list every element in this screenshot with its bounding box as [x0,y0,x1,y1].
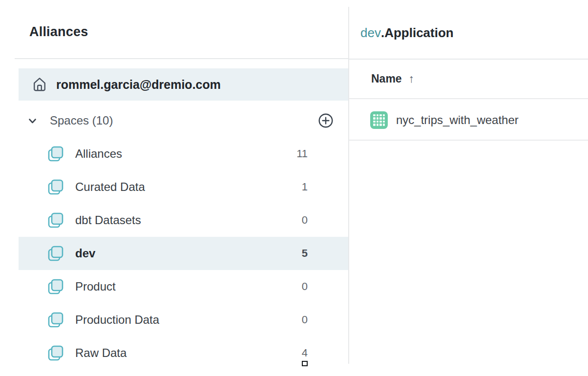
table-header-row: Name ↑ [349,60,588,99]
space-item-count: 0 [302,280,308,293]
space-item-label: Alliances [75,147,122,161]
space-item-count: 0 [302,313,308,326]
dataset-name: nyc_trips_with_weather [396,113,519,127]
sidebar-item-raw-data[interactable]: Raw Data 4 [19,336,348,370]
spaces-section-label: Spaces (10) [50,114,113,127]
space-icon [47,345,64,361]
chevron-down-icon[interactable] [27,115,38,126]
sidebar-item-curated-data[interactable]: Curated Data 1 [19,170,348,204]
space-icon [47,179,64,195]
breadcrumb-space-link[interactable]: dev [360,25,381,40]
sidebar-item-product[interactable]: Product 0 [19,270,348,303]
sidebar-item-dbt-datasets[interactable]: dbt Datasets 0 [19,204,348,237]
spaces-section-header[interactable]: Spaces (10) [19,104,348,137]
sidebar-title-divider [15,58,348,59]
sidebar-item-production-data[interactable]: Production Data 0 [19,303,348,336]
column-header-name[interactable]: Name [371,72,402,85]
space-item-label: Production Data [75,313,159,327]
add-space-button[interactable] [318,113,334,128]
home-user-row[interactable]: rommel.garcia@dremio.com [19,68,348,101]
space-item-label: dev [75,247,95,260]
space-item-count: 11 [296,147,308,160]
sort-ascending-icon[interactable]: ↑ [409,72,415,85]
space-item-label: Curated Data [75,180,145,194]
space-icon [47,278,64,295]
home-user-email: rommel.garcia@dremio.com [56,78,221,92]
catalog-main-panel: dev.Application Name ↑ nyc_trips_with_we… [349,0,588,376]
space-item-label: dbt Datasets [75,213,141,227]
space-item-count: 5 [302,247,308,260]
space-item-count: 4 [302,347,308,359]
space-icon [47,245,64,262]
space-item-label: Raw Data [75,346,126,360]
space-icon [47,212,64,229]
dataset-table-icon [370,111,388,129]
missing-glyph-box [302,361,308,366]
sidebar-rows: rommel.garcia@dremio.com Spaces (10) [19,68,348,370]
space-icon [47,146,64,162]
space-item-count: 0 [302,214,308,227]
table-row[interactable]: nyc_trips_with_weather [349,100,588,141]
space-item-count: 1 [302,181,308,193]
sidebar-item-alliances[interactable]: Alliances 11 [19,137,348,170]
plus-circle-icon [318,113,334,128]
sidebar-title: Alliances [29,24,88,40]
home-icon [31,76,48,93]
sidebar-item-dev[interactable]: dev 5 [19,237,348,270]
breadcrumb-entity: Application [384,25,454,40]
breadcrumb: dev.Application [360,25,454,41]
spaces-sidebar: Alliances rommel.garcia@dremio.com Space… [0,0,348,376]
space-item-label: Product [75,280,116,293]
space-icon [47,312,64,328]
